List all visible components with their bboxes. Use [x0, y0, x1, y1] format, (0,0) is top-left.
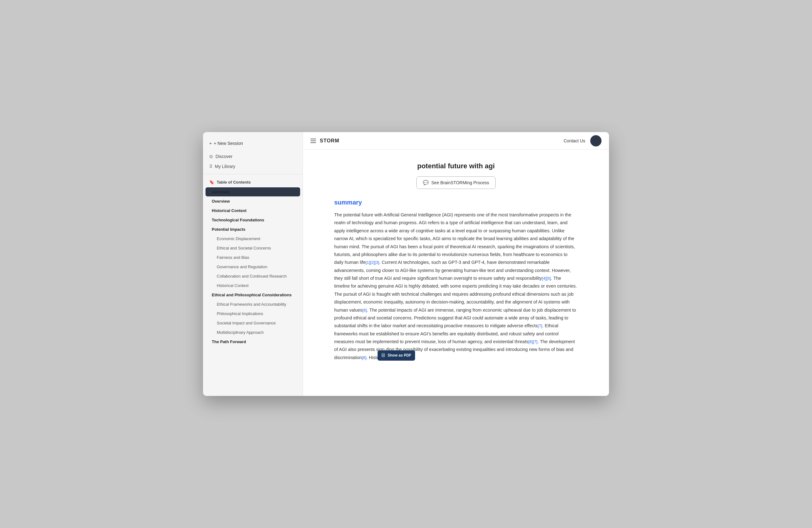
citation-4[interactable]: [4] [542, 276, 546, 281]
contact-us-link[interactable]: Contact Us [564, 138, 585, 143]
sidebar-item-discover[interactable]: ⊙ Discover [203, 151, 303, 161]
menu-icon[interactable] [310, 138, 316, 143]
toc-item-economic-displacement[interactable]: Economic Displacement [205, 234, 300, 243]
toc-item-tech-foundations[interactable]: Technological Foundations [205, 216, 300, 224]
citation-5[interactable]: [5] [546, 276, 551, 281]
toc-item-multidisciplinary[interactable]: Multidisciplinary Approach [205, 328, 300, 337]
new-session-button[interactable]: + + New Session [209, 138, 296, 148]
toc-item-ethical-philosophical[interactable]: Ethical and Philosophical Considerations [205, 290, 300, 299]
plus-icon: + [209, 141, 212, 146]
citation-7b[interactable]: [7] [533, 339, 537, 344]
show-as-pdf-button[interactable]: Show as PDF [378, 350, 415, 361]
toc-header-label: Table of Contents [217, 180, 251, 185]
section-title: summary [334, 199, 578, 206]
toc-item-historical-context[interactable]: Historical Context [205, 206, 300, 215]
sidebar-divider [203, 174, 303, 174]
body-text-3: . The timeline for achieving genuine AGI… [334, 276, 577, 312]
toc-item-philosophical-implications[interactable]: Philosophical Implications [205, 309, 300, 318]
sidebar: + + New Session ⊙ Discover ⠿ My Library … [203, 132, 303, 396]
citation-3[interactable]: [3] [375, 260, 379, 265]
sidebar-item-my-library[interactable]: ⠿ My Library [203, 161, 303, 172]
new-session-label: + New Session [214, 141, 243, 146]
page-title: potential future with agi [334, 162, 578, 170]
header-right: Contact Us [564, 135, 601, 146]
library-icon: ⠿ [209, 164, 212, 169]
brainstorm-button[interactable]: 💬 See BrainSTORMing Process [416, 176, 496, 189]
toc-item-ethical-concerns[interactable]: Ethical and Societal Concerns [205, 244, 300, 253]
citation-7a[interactable]: [7] [538, 323, 542, 328]
brainstorm-btn-label: See BrainSTORMing Process [431, 180, 489, 185]
section-body: The potential future with Artificial Gen… [334, 211, 578, 362]
chat-icon: 💬 [423, 180, 429, 186]
show-as-pdf-label: Show as PDF [388, 352, 411, 359]
toc-item-fairness-bias[interactable]: Fairness and Bias [205, 253, 300, 262]
toc-item-historical-context-sub[interactable]: Historical Context [205, 281, 300, 290]
toc-item-collaboration[interactable]: Collaboration and Continued Research [205, 272, 300, 281]
toc-item-societal-impact[interactable]: Societal Impact and Governance [205, 319, 300, 327]
citation-2[interactable]: [2] [370, 260, 375, 265]
main-content: potential future with agi 💬 See BrainSTO… [303, 149, 609, 396]
toc-icon: 🔖 [209, 180, 214, 185]
toc-item-summary[interactable]: summary [205, 187, 300, 196]
header-left: STORM [310, 138, 339, 144]
citation-1[interactable]: [1] [366, 260, 370, 265]
toc-item-potential-impacts[interactable]: Potential Impacts [205, 225, 300, 234]
app-header: STORM Contact Us [303, 132, 609, 149]
toc-item-ethical-frameworks[interactable]: Ethical Frameworks and Accountability [205, 300, 300, 309]
pdf-icon [381, 353, 386, 357]
toc-item-path-forward[interactable]: The Path Forward [205, 337, 300, 346]
citation-6b[interactable]: [6] [528, 339, 533, 344]
discover-label: Discover [216, 154, 232, 159]
citation-8[interactable]: [8] [362, 355, 366, 360]
toc-header: 🔖 Table of Contents [203, 177, 303, 187]
toc-list: summaryOverviewHistorical ContextTechnol… [203, 187, 303, 347]
my-library-label: My Library [215, 164, 235, 169]
user-avatar[interactable] [590, 135, 601, 146]
body-text-1: The potential future with Artificial Gen… [334, 212, 575, 265]
app-title: STORM [320, 138, 339, 144]
toc-item-overview[interactable]: Overview [205, 197, 300, 206]
citation-6a[interactable]: [6] [362, 308, 367, 312]
discover-icon: ⊙ [209, 154, 213, 159]
toc-item-governance[interactable]: Governance and Regulation [205, 262, 300, 272]
